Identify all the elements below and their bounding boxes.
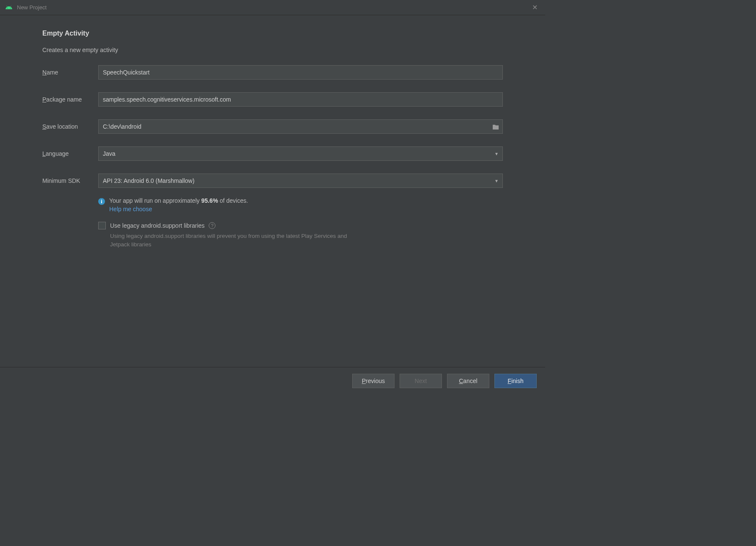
label-package: Package name	[42, 96, 98, 103]
previous-button[interactable]: Previous	[352, 374, 395, 388]
next-button: Next	[400, 374, 442, 388]
label-min-sdk: Minimum SDK	[42, 177, 98, 184]
info-icon	[98, 198, 105, 206]
min-sdk-select[interactable]: API 23: Android 6.0 (Marshmallow)	[98, 174, 503, 188]
package-name-input[interactable]	[98, 92, 503, 107]
label-language: Language	[42, 150, 98, 157]
window-title: New Project	[17, 4, 47, 11]
help-icon[interactable]: ?	[209, 222, 215, 229]
android-icon	[5, 5, 13, 10]
row-language: Language Java ▼	[42, 146, 503, 161]
svg-rect-2	[101, 200, 102, 201]
legacy-support-hint: Using legacy android.support libraries w…	[110, 232, 347, 249]
dialog-footer: Previous Next Cancel Finish	[0, 367, 545, 394]
help-me-choose-link[interactable]: Help me choose	[109, 206, 152, 212]
save-location-input[interactable]	[98, 119, 503, 134]
device-coverage-info: Your app will run on approximately 95.6%…	[98, 197, 503, 212]
language-select[interactable]: Java	[98, 146, 503, 161]
browse-folder-icon[interactable]	[492, 124, 499, 130]
page-title: Empty Activity	[42, 30, 503, 37]
row-package: Package name	[42, 92, 503, 107]
coverage-text: Your app will run on approximately 95.6%…	[109, 197, 248, 204]
row-name: Name	[42, 65, 503, 80]
legacy-support-block: Use legacy android.support libraries ?	[98, 222, 503, 229]
svg-rect-1	[101, 201, 102, 203]
close-icon[interactable]: ✕	[530, 3, 540, 12]
legacy-support-label: Use legacy android.support libraries	[110, 222, 204, 229]
label-save-location: Save location	[42, 123, 98, 130]
label-name: Name	[42, 69, 98, 76]
titlebar: New Project ✕	[0, 0, 545, 15]
finish-button[interactable]: Finish	[494, 374, 537, 388]
page-subtitle: Creates a new empty activity	[42, 47, 503, 53]
cancel-button[interactable]: Cancel	[447, 374, 489, 388]
new-project-dialog: New Project ✕ Empty Activity Creates a n…	[0, 0, 545, 394]
row-min-sdk: Minimum SDK API 23: Android 6.0 (Marshma…	[42, 174, 503, 188]
legacy-support-checkbox[interactable]	[98, 222, 106, 229]
name-input[interactable]	[98, 65, 503, 80]
row-save-location: Save location	[42, 119, 503, 134]
content-area: Empty Activity Creates a new empty activ…	[0, 15, 545, 367]
